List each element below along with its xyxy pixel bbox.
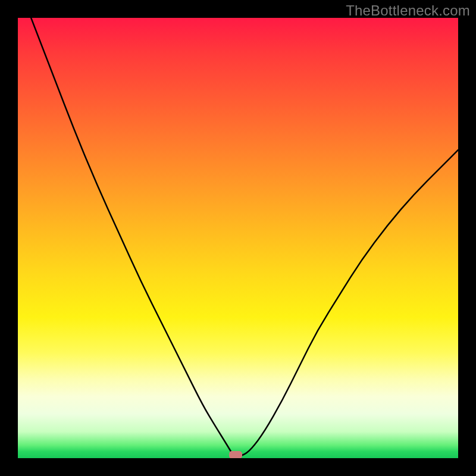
bottleneck-curve	[31, 18, 458, 456]
watermark-text: TheBottleneck.com	[346, 2, 470, 19]
plot-area	[18, 18, 458, 458]
chart-frame: TheBottleneck.com	[0, 0, 476, 476]
optimum-marker	[229, 451, 242, 458]
curve-layer	[18, 18, 458, 458]
